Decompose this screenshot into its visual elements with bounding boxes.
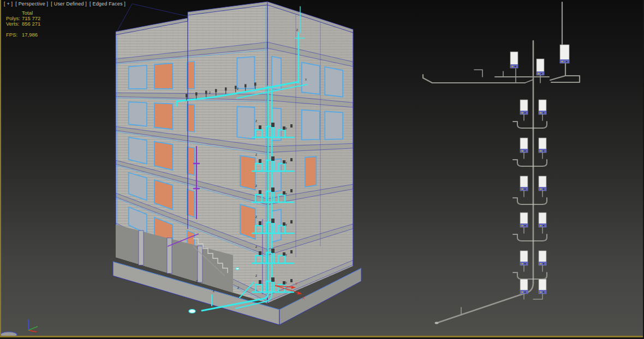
axis-mini-label: Z: [237, 88, 238, 91]
stats-fps-label: FPS:: [6, 32, 22, 38]
scene-3d: Y X ZZXZZZYZYZYZYZYZYZZZ: [1, 0, 643, 336]
axis-mini-label: Z: [255, 185, 257, 188]
window: [237, 106, 254, 139]
window: [325, 67, 343, 97]
window: [305, 156, 316, 187]
window: [129, 102, 147, 126]
pipe-flange: [189, 310, 195, 313]
stats-verts-label: Verts:: [6, 21, 22, 27]
viewport-user-menu[interactable]: [ User Defined ]: [51, 1, 87, 7]
axis-mini-label: Y: [285, 254, 287, 257]
axis-mini-label: Z: [196, 280, 198, 283]
window: [187, 189, 195, 217]
fixture-levels: [513, 100, 547, 299]
axis-mini-label: Z: [255, 275, 257, 278]
axis-mini-label: Y: [285, 282, 287, 285]
gizmo-x-label: X: [302, 296, 305, 300]
scene-object-edge: [1, 332, 17, 336]
isolated-piping-gray[interactable]: [423, 2, 580, 324]
window: [325, 111, 343, 139]
stats-verts-value: 856 271: [22, 21, 40, 27]
axis-mini-label: Z: [255, 216, 257, 219]
axis-mini-label: Y: [285, 193, 287, 196]
building-model[interactable]: [113, 2, 361, 325]
axis-mini-label: X: [305, 78, 307, 82]
axis-mini-label: Z: [255, 154, 257, 157]
axis-mini-label: Z: [237, 287, 239, 290]
axis-mini-label: Z: [296, 29, 298, 32]
window: [187, 105, 195, 132]
stats-fps-row: FPS: 17,986: [6, 32, 40, 38]
window: [237, 57, 254, 88]
axis-mini-label: Z: [302, 3, 303, 7]
window: [187, 147, 195, 175]
window: [240, 155, 255, 190]
window: [302, 110, 320, 140]
viewport-general-menu[interactable]: [ + ]: [4, 1, 13, 7]
viewport-pov-menu[interactable]: [ Perspective ]: [15, 1, 48, 7]
axis-mini-label: Y: [285, 224, 287, 227]
stats-fps-value: 17,986: [22, 32, 38, 38]
window: [129, 137, 147, 164]
max-viewport-screenshot: Y X ZZXZZZYZYZYZYZYZYZZZ: [0, 0, 644, 339]
window: [154, 63, 172, 89]
world-axis-tripod: [28, 319, 38, 332]
window: [154, 142, 172, 170]
top-fixtures: [510, 45, 569, 75]
interior-column: [139, 231, 144, 265]
stats-verts-row: Verts: 856 271: [6, 21, 40, 27]
axis-mini-label: Z: [255, 246, 257, 249]
window: [129, 65, 147, 89]
window: [187, 62, 195, 89]
viewport-label: [ + ] [ Perspective ] [ User Defined ] […: [4, 1, 126, 7]
window: [154, 103, 172, 129]
axis-mini-label: Z: [209, 92, 211, 95]
axis-mini-label: Y: [285, 162, 287, 165]
axis-mini-label: Y: [285, 128, 287, 131]
viewport-statistics: Total Polys: 715 772 Verts: 856 271 FPS:…: [6, 10, 40, 38]
perspective-viewport[interactable]: Y X ZZXZZZYZYZYZYZYZYZZZ: [0, 0, 643, 337]
interior-column: [167, 238, 172, 273]
axis-mini-label: Z: [255, 120, 257, 123]
window: [302, 62, 320, 94]
viewport-shading-menu[interactable]: [ Edged Faces ]: [90, 1, 126, 7]
axis-mini-label: Z: [213, 290, 214, 293]
